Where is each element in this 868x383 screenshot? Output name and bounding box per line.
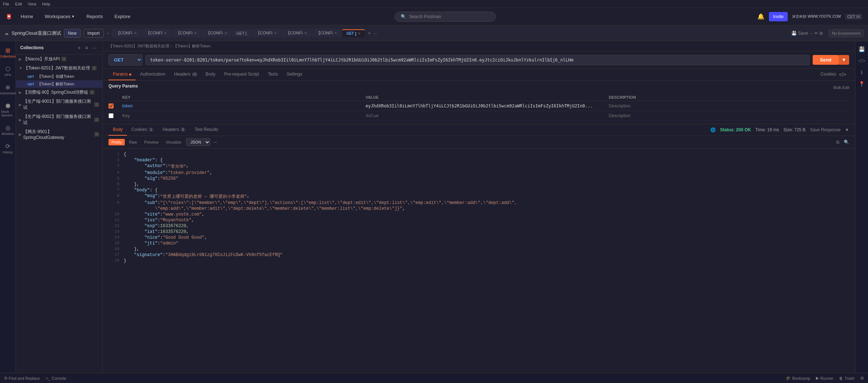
tab-4-close[interactable]: ✕	[224, 31, 227, 35]
tab-8[interactable]: 【CONFI✕	[312, 29, 341, 37]
fmt-visualize[interactable]: Visualize	[163, 139, 184, 145]
param-1-key[interactable]	[122, 103, 363, 108]
tab-body[interactable]: Body	[201, 69, 220, 80]
console-button[interactable]: >_ Console	[46, 376, 66, 380]
search-bar[interactable]: 🔍 Search Postman	[395, 12, 496, 22]
collection-token[interactable]: ▼ 【Token-8201】JWT数据相关处理 汉	[16, 64, 102, 73]
nav-explore[interactable]: Explore	[111, 12, 133, 21]
param-1-description[interactable]	[609, 103, 849, 108]
collection-consumer[interactable]: ▶ 【消费端-80】SpringCloud消费端 汉	[16, 88, 102, 97]
tab-settings[interactable]: Settings	[282, 69, 306, 80]
send-button[interactable]: Send	[813, 55, 839, 65]
nav-back-icon[interactable]: ←	[107, 31, 111, 36]
nav-reports[interactable]: Reports	[84, 12, 106, 21]
right-location-icon[interactable]: 📍	[856, 79, 867, 89]
tab-7[interactable]: 【CONFI✕	[282, 29, 311, 37]
method-selector[interactable]: GET POST PUT DELETE PATCH	[109, 54, 142, 65]
tab-6-close[interactable]: ✕	[274, 31, 277, 35]
tab-1[interactable]: 【CONFI✕	[112, 29, 141, 37]
tab-3-close[interactable]: ✕	[194, 31, 197, 35]
collection-nacos[interactable]: ▶ 【Nacos】开放API 汉	[16, 55, 102, 64]
sidebar-item-collections[interactable]: ⊞ Collections	[0, 44, 16, 61]
param-empty-checkbox[interactable]	[109, 113, 114, 118]
sidebar-item-environments[interactable]: ⊕ Environments	[0, 81, 16, 98]
tab-headers[interactable]: Headers (8)	[170, 69, 201, 80]
word-wrap-icon[interactable]: ↔	[213, 140, 218, 145]
more-options-icon[interactable]: ···	[809, 31, 813, 36]
sidebar-item-mock-servers[interactable]: ⬢ Mock Servers	[0, 99, 16, 120]
menu-help[interactable]: Help	[42, 2, 50, 6]
nav-workspaces[interactable]: Workspaces▼	[42, 12, 78, 21]
search-response-icon[interactable]: 🔍	[844, 140, 849, 145]
tab-tests[interactable]: Tests	[263, 69, 282, 80]
layout-button[interactable]: ⊞	[860, 376, 864, 380]
response-tab-test-results[interactable]: Test Results	[190, 124, 222, 136]
tab-9-close[interactable]: ✕	[358, 31, 361, 35]
copy-response-icon[interactable]: ⧉	[836, 140, 839, 145]
bulk-edit-button[interactable]: Bulk Edit	[834, 85, 849, 90]
save-response-arrow[interactable]: ▼	[845, 127, 849, 132]
response-tab-cookies[interactable]: Cookies 1	[127, 124, 158, 136]
param-empty-desc[interactable]	[609, 113, 849, 118]
fmt-pretty[interactable]: Pretty	[109, 139, 125, 145]
tab-2-close[interactable]: ✕	[164, 31, 167, 35]
tab-2[interactable]: 【CONFI✕	[142, 29, 171, 37]
tab-8-close[interactable]: ✕	[334, 31, 337, 35]
tab-7-close[interactable]: ✕	[304, 31, 307, 35]
new-tab-icon[interactable]: +	[366, 31, 373, 36]
tab-params[interactable]: Params	[109, 69, 136, 80]
edit-icon[interactable]: ✏	[814, 31, 818, 36]
environment-selector[interactable]: No Environment	[829, 29, 864, 37]
tab-6[interactable]: 【CONFI✕	[252, 29, 281, 37]
find-replace-button[interactable]: ⧉ Find and Replace	[4, 376, 40, 380]
more-collections-button[interactable]: ···	[91, 44, 98, 51]
format-selector[interactable]: JSON XML HTML Text	[186, 138, 210, 146]
tab-3[interactable]: 【CONFI✕	[172, 29, 201, 37]
new-button[interactable]: New	[64, 29, 81, 38]
trash-button[interactable]: 🗑 Trash	[839, 376, 855, 380]
invite-button[interactable]: Invite	[769, 12, 788, 21]
collection-prod-8002[interactable]: ▶ 【生产端-8002】部门微服务接口测试 汉	[16, 112, 102, 127]
url-input[interactable]	[145, 55, 810, 65]
copy-icon[interactable]: ⧉	[820, 31, 823, 36]
param-1-value[interactable]	[366, 103, 606, 108]
tab-4[interactable]: 【CONFI✕	[202, 29, 231, 37]
sub-item-create-token[interactable]: GET 【Token】创建Token	[16, 73, 102, 80]
more-tabs-icon[interactable]: ···	[373, 31, 377, 36]
menu-file[interactable]: File	[3, 2, 9, 6]
runner-button[interactable]: ▶ Runner	[816, 376, 833, 380]
tab-5[interactable]: GET [	[232, 30, 251, 37]
fmt-preview[interactable]: Preview	[141, 139, 161, 145]
tab-pre-request[interactable]: Pre-request Script	[220, 69, 264, 80]
import-button[interactable]: Import	[84, 29, 104, 38]
tab-9-active[interactable]: GET [✕	[342, 29, 365, 37]
response-tab-body[interactable]: Body	[109, 124, 127, 136]
menu-edit[interactable]: Edit	[15, 2, 22, 6]
right-save-icon[interactable]: 💾	[856, 44, 867, 54]
code-icon[interactable]: </>	[836, 69, 849, 80]
sub-item-parse-token[interactable]: GET 【Token】解析Token	[16, 80, 102, 88]
save-icon[interactable]: 💾 Save	[791, 31, 808, 36]
param-empty-key[interactable]	[122, 113, 363, 118]
sort-collections-button[interactable]: ≡	[84, 44, 89, 51]
cookies-link[interactable]: Cookies	[820, 69, 836, 80]
tab-1-close[interactable]: ✕	[134, 31, 137, 35]
param-1-checkbox[interactable]	[109, 103, 114, 108]
add-collection-button[interactable]: +	[76, 44, 82, 51]
right-code-icon[interactable]: </>	[856, 56, 867, 66]
sidebar-item-history[interactable]: ⟳ History	[0, 140, 16, 157]
notification-icon[interactable]: 🔔	[757, 13, 765, 20]
response-tab-headers[interactable]: Headers 5	[158, 124, 190, 136]
fmt-raw[interactable]: Raw	[126, 139, 140, 145]
bootcamp-button[interactable]: 🎓 Bootcamp	[786, 376, 810, 380]
send-dropdown-button[interactable]: ▼	[839, 55, 849, 65]
nav-home[interactable]: Home	[18, 12, 36, 21]
tab-authorization[interactable]: Authorization	[136, 69, 170, 80]
param-empty-value[interactable]	[366, 113, 606, 118]
sidebar-item-monitors[interactable]: ◎ Monitors	[0, 122, 16, 139]
collection-gateway[interactable]: ▶ 【网关-9501】SpringCloudGateway 汉	[16, 127, 102, 141]
menu-view[interactable]: View	[28, 2, 37, 6]
save-response-button[interactable]: Save Response	[810, 127, 841, 132]
sidebar-item-apis[interactable]: ⬡ APIs	[0, 63, 16, 80]
collection-prod-8001[interactable]: ▶ 【生产端-8001】部门微服务接口测试 汉	[16, 97, 102, 112]
